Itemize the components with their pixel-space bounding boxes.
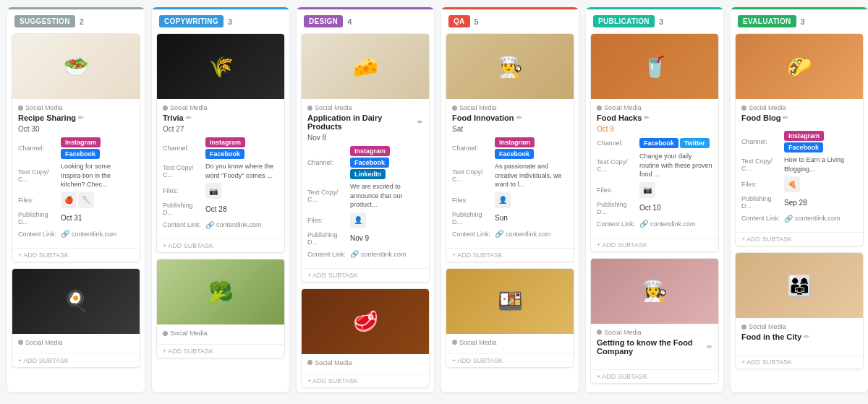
add-subtask-button[interactable]: + ADD SUBTASK — [302, 374, 429, 387]
category-dot — [163, 331, 168, 336]
edit-icon: ✏ — [707, 343, 712, 351]
publishing-value: Sep 28 — [784, 199, 807, 207]
edit-icon: ✏ — [804, 333, 809, 340]
card-date: Oct 30 — [18, 125, 134, 133]
card[interactable]: 👨‍🍳Social MediaFood Innovation✏SatChanne… — [446, 33, 574, 262]
publishing-label: Publishing D... — [597, 201, 637, 215]
file-thumbnail: 📷 — [639, 182, 655, 198]
category-text: Social Media — [170, 104, 208, 111]
card-category: Social Media — [18, 339, 134, 346]
card-category: Social Media — [307, 104, 423, 111]
category-dot — [597, 106, 602, 111]
cards-list-qa: 👨‍🍳Social MediaFood Innovation✏SatChanne… — [441, 33, 579, 372]
publishing-label: Publishing D... — [307, 231, 347, 246]
card-image: 👨‍👩‍👧 — [736, 253, 863, 318]
category-dot — [307, 360, 312, 365]
column-qa: QA5👨‍🍳Social MediaFood Innovation✏SatCha… — [441, 7, 579, 392]
column-label-design: DESIGN — [304, 15, 343, 27]
category-text: Social Media — [749, 104, 786, 111]
card-image: 🌾 — [157, 34, 284, 99]
text-copy-row: Text Copy/ C...As passionate and creativ… — [452, 162, 568, 189]
edit-icon: ✏ — [417, 119, 423, 126]
card-body: Social Media — [12, 334, 140, 353]
card[interactable]: 🍳Social Media+ ADD SUBTASK — [12, 268, 140, 368]
card[interactable]: 👩‍🍳Social MediaGetting to know the Food … — [590, 258, 719, 384]
card[interactable]: 🥦Social Media+ ADD SUBTASK — [156, 259, 285, 358]
add-subtask-button[interactable]: + ADD SUBTASK — [12, 248, 140, 262]
add-subtask-button[interactable]: + ADD SUBTASK — [591, 238, 718, 252]
publishing-value: Oct 31 — [61, 214, 82, 222]
category-dot — [18, 340, 23, 345]
edit-icon: ✏ — [644, 114, 650, 121]
text-copy-row: Text Copy/ C...Looking for some Inspira-… — [18, 162, 134, 189]
text-copy-label: Text Copy/ C... — [163, 164, 203, 179]
channel-label: Channel: — [452, 145, 492, 152]
content-link-label: Content Link: — [452, 231, 492, 238]
card-category: Social Media — [597, 329, 712, 336]
card-body: Social MediaFood Innovation✏SatChannel:I… — [446, 99, 574, 248]
column-label-qa: QA — [448, 15, 470, 27]
content-link-value[interactable]: 🔗 contentlink.com — [639, 220, 696, 228]
add-subtask-button[interactable]: + ADD SUBTASK — [591, 369, 718, 383]
card-title: Recipe Sharing✏ — [18, 113, 134, 122]
edit-icon: ✏ — [783, 114, 788, 121]
card[interactable]: 🥗Social MediaRecipe Sharing✏Oct 30Channe… — [12, 33, 140, 262]
card[interactable]: 🍱Social Media+ ADD SUBTASK — [446, 268, 574, 368]
file-thumbnail: 🍎 — [61, 192, 77, 208]
card-title: Trivia✏ — [163, 113, 278, 122]
content-link-label: Content Link: — [741, 215, 781, 222]
content-link-value[interactable]: 🔗 contentlink.com — [61, 230, 117, 238]
add-subtask-button[interactable]: + ADD SUBTASK — [736, 355, 863, 369]
content-link-value[interactable]: 🔗 contentlink.com — [495, 230, 551, 238]
publishing-row: Publishing D...Sun — [452, 211, 568, 225]
channel-label: Channel: — [163, 145, 203, 152]
column-header-design: DESIGN4 — [297, 7, 434, 33]
column-publication: PUBLICATION3🥤Social MediaFood Hacks✏Oct … — [586, 7, 723, 392]
card[interactable]: 👨‍👩‍👧Social MediaFood in the City✏+ ADD … — [735, 252, 864, 369]
card[interactable]: 🌮Social MediaFood Blog✏Channel:Instagram… — [735, 33, 864, 246]
card-category: Social Media — [307, 359, 423, 366]
card-category: Social Media — [741, 323, 857, 330]
category-dot — [597, 330, 602, 335]
card[interactable]: 🥤Social MediaFood Hacks✏Oct 9Channel:Fac… — [590, 33, 719, 252]
add-subtask-button[interactable]: + ADD SUBTASK — [736, 232, 863, 246]
add-subtask-button[interactable]: + ADD SUBTASK — [446, 248, 574, 262]
column-header-copywriting: COPYWRITING3 — [152, 7, 289, 33]
add-subtask-button[interactable]: + ADD SUBTASK — [302, 268, 429, 282]
publishing-label: Publishing D... — [741, 195, 781, 210]
column-count-qa: 5 — [475, 17, 479, 26]
card-image: 🌮 — [736, 34, 863, 99]
tag-instagram: Instagram — [350, 146, 390, 156]
card-title: Application in Dairy Products✏ — [307, 113, 423, 131]
text-copy-value: How to Earn a Living Blogging... — [784, 155, 857, 173]
content-link-label: Content Link: — [307, 251, 347, 258]
publishing-row: Publishing D...Oct 10 — [597, 201, 712, 215]
add-subtask-button[interactable]: + ADD SUBTASK — [157, 238, 284, 252]
tag-facebook: Facebook — [784, 142, 823, 152]
text-copy-row: Text Copy/ C...We are excited to announc… — [307, 182, 423, 210]
category-text: Social Media — [315, 104, 352, 111]
card-image: 🥤 — [591, 34, 718, 99]
content-link-value[interactable]: 🔗 contentlink.com — [784, 215, 841, 223]
card[interactable]: 🌾Social MediaTrivia✏Oct 27Channel:Instag… — [156, 33, 285, 253]
category-dot — [18, 106, 23, 111]
card[interactable]: 🧀Social MediaApplication in Dairy Produc… — [301, 33, 430, 283]
card-body: Social Media — [446, 334, 574, 353]
publishing-label: Publishing D... — [18, 211, 58, 225]
publishing-label: Publishing D... — [163, 202, 203, 216]
add-subtask-button[interactable]: + ADD SUBTASK — [157, 344, 284, 358]
text-copy-row: Text Copy/ C...Change your daily routine… — [597, 152, 712, 179]
tag-instagram: Instagram — [495, 137, 535, 147]
tag-instagram: Instagram — [784, 131, 824, 141]
content-link-value[interactable]: 🔗 contentlink.com — [350, 250, 407, 258]
channel-row: Channel:InstagramFacebook — [741, 131, 857, 152]
category-text: Social Media — [749, 323, 786, 330]
card[interactable]: 🥩Social Media+ ADD SUBTASK — [301, 288, 430, 388]
publishing-value: Oct 10 — [639, 204, 660, 212]
add-subtask-button[interactable]: + ADD SUBTASK — [12, 353, 140, 367]
content-link-value[interactable]: 🔗 contentlink.com — [205, 221, 262, 229]
category-text: Social Media — [459, 104, 497, 111]
text-copy-label: Text Copy/ C... — [18, 168, 58, 183]
category-dot — [452, 340, 457, 345]
add-subtask-button[interactable]: + ADD SUBTASK — [446, 353, 574, 367]
